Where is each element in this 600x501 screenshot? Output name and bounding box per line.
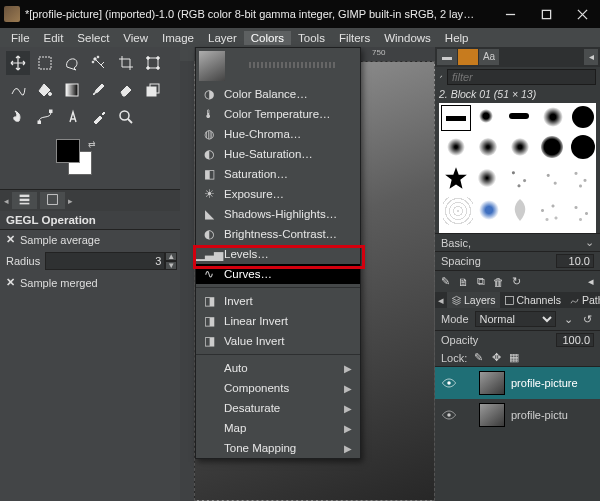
lock-position-icon[interactable]: ✥ xyxy=(489,351,503,364)
menu-linear-invert[interactable]: ◨Linear Invert xyxy=(196,311,360,331)
brush-grid[interactable] xyxy=(439,103,596,233)
brush-new-icon[interactable]: 🗎 xyxy=(458,276,469,288)
tab-layers[interactable]: Layers xyxy=(447,292,500,308)
spacing-value[interactable]: 10.0 xyxy=(556,254,594,268)
menu-shadows-highlights[interactable]: ◣Shadows-Highlights… xyxy=(196,204,360,224)
radius-input[interactable] xyxy=(45,252,165,270)
submenu-map[interactable]: Map▶ xyxy=(196,418,360,438)
menu-curves[interactable]: ∿Curves… xyxy=(196,264,360,284)
option-sample-merged[interactable]: ✕ Sample merged xyxy=(0,273,180,292)
brush-refresh-icon[interactable]: ↻ xyxy=(512,275,521,288)
menu-file[interactable]: File xyxy=(4,31,37,45)
tab-tool-options[interactable] xyxy=(12,192,37,209)
tab-menu-icon[interactable]: ◂ xyxy=(584,49,598,65)
layer-row[interactable]: profile-pictu xyxy=(435,399,600,431)
menu-filters[interactable]: Filters xyxy=(332,31,377,45)
edit-brush-icon[interactable] xyxy=(439,71,443,83)
tool-crop[interactable] xyxy=(114,51,138,75)
menu-edit[interactable]: Edit xyxy=(37,31,71,45)
menu-colors[interactable]: Colors xyxy=(244,31,291,45)
visibility-icon[interactable] xyxy=(441,377,457,389)
brush-menu-icon[interactable]: ◂ xyxy=(588,275,594,288)
menu-select[interactable]: Select xyxy=(70,31,116,45)
visibility-icon[interactable] xyxy=(441,409,457,421)
tool-path[interactable] xyxy=(33,105,57,129)
tool-bucket[interactable] xyxy=(33,78,57,102)
menu-value-invert[interactable]: ◨Value Invert xyxy=(196,331,360,351)
menu-hue-chroma[interactable]: ◍Hue-Chroma… xyxy=(196,124,360,144)
mode-reset-icon[interactable]: ↺ xyxy=(581,313,594,326)
tool-rect-select[interactable] xyxy=(33,51,57,75)
menu-brightness-contrast[interactable]: ◐Brightness-Contrast… xyxy=(196,224,360,244)
close-option-icon[interactable]: ✕ xyxy=(6,233,15,246)
tool-paintbrush[interactable] xyxy=(87,78,111,102)
brush-filter-input[interactable] xyxy=(447,69,596,85)
menu-preview-thumb xyxy=(199,51,225,81)
mode-select[interactable]: Normal xyxy=(475,311,556,327)
menu-color-temperature[interactable]: 🌡Color Temperature… xyxy=(196,104,360,124)
tab-paths[interactable]: Paths xyxy=(565,292,600,308)
tool-move[interactable] xyxy=(6,51,30,75)
brush-delete-icon[interactable]: 🗑 xyxy=(493,276,504,288)
menu-saturation[interactable]: ◧Saturation… xyxy=(196,164,360,184)
tool-clone[interactable] xyxy=(141,78,165,102)
tool-fuzzy-select[interactable] xyxy=(87,51,111,75)
submenu-tone-mapping[interactable]: Tone Mapping▶ xyxy=(196,438,360,458)
svg-rect-11 xyxy=(66,84,78,96)
tool-eraser[interactable] xyxy=(114,78,138,102)
minimize-button[interactable] xyxy=(492,0,528,28)
menu-layer[interactable]: Layer xyxy=(201,31,244,45)
lock-pixels-icon[interactable]: ✎ xyxy=(471,351,485,364)
lock-alpha-icon[interactable]: ▦ xyxy=(507,351,521,364)
svg-point-16 xyxy=(120,111,129,120)
svg-rect-21 xyxy=(505,296,513,304)
option-sample-average[interactable]: ✕ Sample average xyxy=(0,230,180,249)
layer-name[interactable]: profile-pictu xyxy=(511,409,568,421)
submenu-auto[interactable]: Auto▶ xyxy=(196,358,360,378)
maximize-button[interactable] xyxy=(528,0,564,28)
tearoff-handle[interactable] xyxy=(249,62,336,68)
tool-color-picker[interactable] xyxy=(87,105,111,129)
menu-hue-saturation[interactable]: ◐Hue-Saturation… xyxy=(196,144,360,164)
layer-name[interactable]: profile-picture xyxy=(511,377,578,389)
menu-exposure[interactable]: ☀Exposure… xyxy=(196,184,360,204)
brush-preset-caret[interactable]: ⌄ xyxy=(585,236,594,249)
tool-warp[interactable] xyxy=(6,78,30,102)
tab-brushes[interactable]: ▬ xyxy=(437,49,457,65)
layer-row[interactable]: profile-picture xyxy=(435,367,600,399)
close-option-icon[interactable]: ✕ xyxy=(6,276,15,289)
menu-image[interactable]: Image xyxy=(155,31,201,45)
tab-fonts[interactable]: Aa xyxy=(479,49,499,65)
menu-tools[interactable]: Tools xyxy=(291,31,332,45)
fg-bg-colors[interactable]: ⇄ xyxy=(56,139,96,179)
menu-help[interactable]: Help xyxy=(438,31,476,45)
dock-menu-icon[interactable]: ◂ xyxy=(4,196,9,206)
tab-channels[interactable]: Channels xyxy=(500,292,565,308)
tool-zoom[interactable] xyxy=(114,105,138,129)
opacity-value[interactable]: 100.0 xyxy=(556,333,594,347)
dock-more-icon[interactable]: ▸ xyxy=(68,196,73,206)
radius-up[interactable]: ▲ xyxy=(165,252,177,261)
tool-transform[interactable] xyxy=(141,51,165,75)
close-button[interactable] xyxy=(564,0,600,28)
radius-down[interactable]: ▼ xyxy=(165,261,177,270)
menu-view[interactable]: View xyxy=(116,31,155,45)
menu-invert[interactable]: ◨Invert xyxy=(196,291,360,311)
tool-gradient[interactable] xyxy=(60,78,84,102)
menu-windows[interactable]: Windows xyxy=(377,31,438,45)
tool-free-select[interactable] xyxy=(60,51,84,75)
tool-text[interactable] xyxy=(60,105,84,129)
tool-smudge[interactable] xyxy=(6,105,30,129)
tool-options-tabs: ◂ ▸ xyxy=(0,189,180,211)
submenu-components[interactable]: Components▶ xyxy=(196,378,360,398)
menu-color-balance[interactable]: ◑Color Balance… xyxy=(196,84,360,104)
brush-edit-icon[interactable]: ✎ xyxy=(441,275,450,288)
ruler-vertical xyxy=(180,61,194,501)
brush-duplicate-icon[interactable]: ⧉ xyxy=(477,275,485,288)
mode-caret-icon[interactable]: ⌄ xyxy=(562,313,575,326)
tab-patterns[interactable] xyxy=(458,49,478,65)
dock-menu-left-icon[interactable]: ◂ xyxy=(435,292,447,308)
submenu-desaturate[interactable]: Desaturate▶ xyxy=(196,398,360,418)
tab-device-status[interactable] xyxy=(40,192,65,209)
menu-levels[interactable]: ▁▃▅Levels… xyxy=(196,244,360,264)
